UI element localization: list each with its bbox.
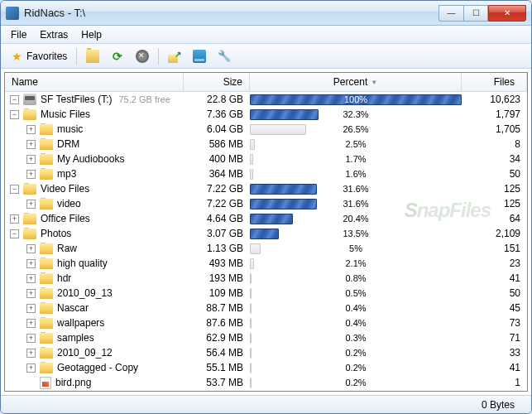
menubar: File Extras Help xyxy=(1,26,531,44)
row-percent: 0.2% xyxy=(250,348,462,359)
tree-row[interactable]: +mp3364 MB1.6%50 xyxy=(5,166,527,181)
settings-button[interactable]: 🔧 xyxy=(213,47,235,65)
header-name[interactable]: Name xyxy=(5,73,184,91)
expand-icon[interactable]: + xyxy=(26,319,36,328)
tree-row[interactable]: +2010_09_13109 MB0.5%50 xyxy=(5,286,527,301)
tree-row[interactable]: +Nascar88.7 MB0.4%45 xyxy=(5,301,527,315)
row-percent: 26.5% xyxy=(250,124,462,135)
row-name: SF TestFiles (T:) xyxy=(41,94,112,105)
tree-row[interactable]: +samples62.9 MB0.3%71 xyxy=(5,330,527,345)
tree-row[interactable]: −Music Files7.36 GB32.3%1,797 xyxy=(5,107,527,122)
row-files: 1,797 xyxy=(462,108,527,120)
row-name: Music Files xyxy=(41,108,90,120)
folder-icon xyxy=(86,50,99,63)
header-percent[interactable]: Percent ▼ xyxy=(250,73,462,91)
tree-row[interactable]: +wallpapers87.6 MB0.4%73 xyxy=(5,315,527,330)
minimize-button[interactable]: — xyxy=(439,5,463,22)
menu-help[interactable]: Help xyxy=(74,27,108,42)
close-button[interactable]: ✕ xyxy=(488,5,526,22)
tree-row[interactable]: +Geotagged - Copy55.1 MB0.2%41 xyxy=(5,360,527,375)
collapse-icon[interactable]: − xyxy=(10,185,19,194)
row-size: 3.07 GB xyxy=(184,228,250,239)
expand-icon[interactable]: + xyxy=(26,334,36,343)
row-size: 56.4 MB xyxy=(184,347,250,359)
row-files: 23 xyxy=(462,258,527,269)
disk-icon xyxy=(193,50,206,63)
row-percent: 20.4% xyxy=(250,214,462,224)
row-name: Geotagged - Copy xyxy=(57,362,138,373)
expand-icon[interactable]: + xyxy=(10,214,19,224)
tree-row[interactable]: bird.png53.7 MB0.2%1 xyxy=(5,375,527,390)
tree-row[interactable]: +2010_09_1256.4 MB0.2%33 xyxy=(5,345,527,360)
titlebar[interactable]: RidNacs - T:\ — ☐ ✕ xyxy=(1,1,531,26)
row-name: high quality xyxy=(57,258,108,269)
window-title: RidNacs - T:\ xyxy=(24,7,439,19)
tree-row[interactable]: +high quality493 MB2.1%23 xyxy=(5,256,527,271)
favorites-button[interactable]: ★ Favorites xyxy=(6,47,71,65)
tree-row[interactable]: +music6.04 GB26.5%1,705 xyxy=(5,122,527,137)
tree-row[interactable]: −Photos3.07 GB13.5%2,109 xyxy=(5,226,527,241)
row-name: bird.png xyxy=(55,377,91,388)
expand-icon[interactable]: + xyxy=(26,363,36,373)
expand-icon[interactable]: + xyxy=(26,155,36,164)
expand-icon[interactable]: + xyxy=(26,200,36,209)
row-name: video xyxy=(57,198,81,209)
expand-icon[interactable]: + xyxy=(26,259,36,268)
row-percent: 0.2% xyxy=(250,378,462,388)
row-name: My Audiobooks xyxy=(57,153,124,165)
stop-button[interactable] xyxy=(132,47,153,65)
menu-extras[interactable]: Extras xyxy=(33,27,74,42)
tree-row[interactable]: +DRM586 MB2.5%8 xyxy=(5,137,527,152)
open-folder-button[interactable] xyxy=(82,47,103,65)
tree-row[interactable]: +hdr193 MB0.8%41 xyxy=(5,271,527,286)
tree-rows[interactable]: −SF TestFiles (T:)75.2 GB free22.8 GB100… xyxy=(5,92,527,391)
row-percent: 0.4% xyxy=(250,318,462,329)
folder-icon xyxy=(40,348,53,359)
expand-icon[interactable]: + xyxy=(26,304,36,313)
header-files[interactable]: Files xyxy=(462,73,527,91)
maximize-button[interactable]: ☐ xyxy=(463,5,488,22)
expand-icon[interactable]: + xyxy=(26,125,36,134)
expand-icon[interactable]: + xyxy=(26,349,36,358)
row-percent: 31.6% xyxy=(250,199,462,209)
tree-row[interactable]: +Office Files4.64 GB20.4%64 xyxy=(5,211,527,226)
tree-row[interactable]: +Raw1.13 GB5%151 xyxy=(5,241,527,256)
expand-icon[interactable]: + xyxy=(26,244,36,253)
folder-icon xyxy=(40,288,53,299)
row-size: 55.1 MB xyxy=(184,362,250,373)
content-area: Name Size Percent ▼ Files −SF TestFiles … xyxy=(4,72,528,392)
row-percent: 0.2% xyxy=(250,363,462,373)
collapse-icon[interactable]: − xyxy=(10,110,19,119)
row-size: 53.7 MB xyxy=(184,377,250,388)
row-files: 151 xyxy=(462,243,527,254)
tree-row[interactable]: +video7.22 GB31.6%125 xyxy=(5,196,527,211)
menu-file[interactable]: File xyxy=(4,27,33,42)
row-percent: 1.7% xyxy=(250,154,462,165)
row-size: 62.9 MB xyxy=(184,332,250,344)
collapse-icon[interactable]: − xyxy=(10,95,19,104)
row-files: 71 xyxy=(462,332,527,344)
row-size: 400 MB xyxy=(184,153,250,165)
tree-row[interactable]: +Baseball49.9 MB0.2%34 xyxy=(5,390,527,391)
expand-icon[interactable]: + xyxy=(26,289,36,298)
toolbar-separator xyxy=(76,48,77,65)
row-size: 7.22 GB xyxy=(184,183,250,195)
collapse-icon[interactable]: − xyxy=(10,229,19,238)
expand-icon[interactable]: + xyxy=(26,140,36,149)
app-window: RidNacs - T:\ — ☐ ✕ File Extras Help ★ F… xyxy=(0,0,532,414)
row-files: 33 xyxy=(462,347,527,359)
row-size: 364 MB xyxy=(184,168,250,180)
row-percent: 0.4% xyxy=(250,303,462,314)
tree-row[interactable]: −Video Files7.22 GB31.6%125 xyxy=(5,181,527,196)
expand-icon[interactable]: + xyxy=(26,274,36,283)
header-size[interactable]: Size xyxy=(184,73,250,91)
row-name: music xyxy=(57,123,83,135)
expand-icon[interactable]: + xyxy=(26,170,36,179)
tree-row[interactable]: −SF TestFiles (T:)75.2 GB free22.8 GB100… xyxy=(5,92,527,107)
export-icon: ↗ xyxy=(168,50,181,63)
save-button[interactable] xyxy=(189,47,210,65)
favorites-label: Favorites xyxy=(26,51,67,62)
refresh-button[interactable]: ⟳ xyxy=(107,47,128,65)
export-button[interactable]: ↗ xyxy=(164,47,185,65)
tree-row[interactable]: +My Audiobooks400 MB1.7%34 xyxy=(5,152,527,166)
